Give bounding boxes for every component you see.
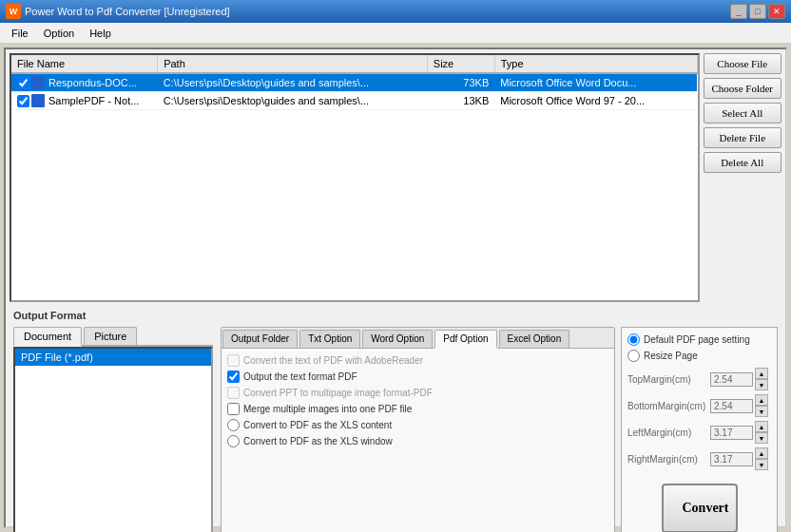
menu-option[interactable]: Option xyxy=(36,26,82,41)
choose-file-button[interactable]: Choose File xyxy=(704,53,781,74)
tab-pdf-option[interactable]: Pdf Option xyxy=(434,330,496,349)
output-format-label: Output Format xyxy=(13,310,778,321)
label-resize-page: Resize Page xyxy=(644,351,698,361)
col-header-path: Path xyxy=(158,55,428,73)
option-label-2: Output the text format PDF xyxy=(243,371,357,382)
tab-output-folder[interactable]: Output Folder xyxy=(222,330,298,348)
spin-up[interactable]: ▲ xyxy=(755,368,768,379)
col-header-type: Type xyxy=(494,55,697,73)
checkbox-text-format[interactable] xyxy=(227,370,240,383)
col-header-filename: File Name xyxy=(11,55,158,73)
margin-row: LeftMargin(cm) ▲ ▼ xyxy=(627,421,771,444)
table-row[interactable]: Respondus-DOC... C:\Users\psi\Desktop\gu… xyxy=(11,73,697,92)
label-default-pdf: Default PDF page setting xyxy=(644,334,750,345)
options-tabs: Output Folder Txt Option Word Option Pdf… xyxy=(222,328,614,349)
option-label-6: Convert to PDF as the XLS window xyxy=(243,436,393,446)
table-row[interactable]: SamplePDF - Not... C:\Users\psi\Desktop\… xyxy=(11,92,697,110)
tab-document[interactable]: Document xyxy=(13,327,82,347)
convert-button[interactable]: Convert xyxy=(662,484,738,532)
minimize-button[interactable]: _ xyxy=(730,4,747,19)
file-name: SamplePDF - Not... xyxy=(48,95,139,106)
file-path: C:\Users\psi\Desktop\guides and samples\… xyxy=(158,92,428,110)
window-controls: _ □ ✕ xyxy=(730,4,785,19)
option-row-1: Convert the text of PDF with AdobeReader xyxy=(227,354,608,367)
checkbox-merge-images[interactable] xyxy=(227,403,240,415)
margin-row: RightMargin(cm) ▲ ▼ xyxy=(627,447,771,470)
tab-txt-option[interactable]: Txt Option xyxy=(299,330,360,348)
margin-label: BottomMargin(cm) xyxy=(627,401,708,411)
file-table-container[interactable]: File Name Path Size Type Respondus-DOC..… xyxy=(10,53,700,302)
margin-label: TopMargin(cm) xyxy=(627,374,708,385)
option-label-3: Convert PPT to multipage image format-PD… xyxy=(243,388,433,398)
margin-label: LeftMargin(cm) xyxy=(627,428,708,438)
options-panel: Output Folder Txt Option Word Option Pdf… xyxy=(221,327,615,532)
margin-row: TopMargin(cm) ▲ ▼ xyxy=(627,368,771,390)
option-row-6: Convert to PDF as the XLS window xyxy=(227,435,608,447)
delete-all-button[interactable]: Delete All xyxy=(704,152,781,173)
option-label-1: Convert the text of PDF with AdobeReader xyxy=(243,355,423,366)
right-options: Output Folder Txt Option Word Option Pdf… xyxy=(221,327,778,532)
margin-input[interactable] xyxy=(710,452,753,466)
radio-xls-window[interactable] xyxy=(227,435,240,447)
menu-bar: File Option Help xyxy=(0,23,791,44)
file-type: Microsoft Office Word Docu... xyxy=(494,73,697,92)
spin-up[interactable]: ▲ xyxy=(755,394,768,406)
right-buttons-panel: Choose File Choose Folder Select All Del… xyxy=(704,53,781,302)
margin-input[interactable] xyxy=(710,426,753,440)
tab-word-option[interactable]: Word Option xyxy=(362,330,433,348)
margin-label: RightMargin(cm) xyxy=(627,454,708,465)
choose-folder-button[interactable]: Choose Folder xyxy=(704,78,781,99)
left-panel: Document Picture PDF File (*.pdf) xyxy=(13,327,213,532)
radio-resize-row: Resize Page xyxy=(627,350,771,362)
checkbox-adobe[interactable] xyxy=(227,354,240,367)
spin-down[interactable]: ▼ xyxy=(755,406,768,417)
margin-convert-area: Convert xyxy=(622,480,777,532)
format-item-pdf[interactable]: PDF File (*.pdf) xyxy=(15,349,211,366)
file-name: Respondus-DOC... xyxy=(48,77,137,88)
radio-default-pdf[interactable] xyxy=(627,333,640,346)
left-tabs-row: Document Picture xyxy=(13,327,213,347)
margin-row: BottomMargin(cm) ▲ ▼ xyxy=(627,394,771,417)
maximize-button[interactable]: □ xyxy=(749,4,766,19)
spin-down[interactable]: ▼ xyxy=(755,379,768,390)
row-checkbox[interactable] xyxy=(17,77,29,89)
select-all-button[interactable]: Select All xyxy=(704,103,781,124)
option-row-2: Output the text format PDF xyxy=(227,370,608,383)
spin-down[interactable]: ▼ xyxy=(755,432,768,444)
col-header-size: Size xyxy=(427,55,494,73)
file-type: Microsoft Office Word 97 - 20... xyxy=(494,92,697,110)
spin-up[interactable]: ▲ xyxy=(755,447,768,459)
main-window: File Name Path Size Type Respondus-DOC..… xyxy=(4,48,787,528)
options-content: Convert the text of PDF with AdobeReader… xyxy=(222,349,614,453)
margin-input[interactable] xyxy=(710,399,753,413)
option-label-4: Merge multiple images into one PDF file xyxy=(243,404,412,414)
margin-input[interactable] xyxy=(710,372,753,387)
tab-picture[interactable]: Picture xyxy=(84,327,137,345)
file-list-area: File Name Path Size Type Respondus-DOC..… xyxy=(6,49,785,306)
option-row-4: Merge multiple images into one PDF file xyxy=(227,403,608,415)
radio-resize-page[interactable] xyxy=(627,350,640,362)
checkbox-ppt-multipage[interactable] xyxy=(227,387,240,399)
window-title: Power Word to Pdf Converter [Unregistere… xyxy=(25,6,230,17)
file-size: 13KB xyxy=(427,92,494,110)
file-size: 73KB xyxy=(427,73,494,92)
format-list[interactable]: PDF File (*.pdf) xyxy=(13,347,213,532)
radio-default-row: Default PDF page setting xyxy=(627,333,771,346)
row-checkbox[interactable] xyxy=(17,95,29,107)
delete-file-button[interactable]: Delete File xyxy=(704,127,781,148)
radio-xls-content[interactable] xyxy=(227,419,240,431)
file-table: File Name Path Size Type Respondus-DOC..… xyxy=(11,55,698,110)
menu-file[interactable]: File xyxy=(4,26,36,41)
output-format-section: Output Format Document Picture PDF File … xyxy=(6,306,785,532)
menu-help[interactable]: Help xyxy=(82,26,119,41)
spin-up[interactable]: ▲ xyxy=(755,421,768,432)
output-body: Document Picture PDF File (*.pdf) Output… xyxy=(13,327,778,532)
app-icon: W xyxy=(6,4,21,19)
title-bar: W Power Word to Pdf Converter [Unregiste… xyxy=(0,0,791,23)
spin-down[interactable]: ▼ xyxy=(755,459,768,470)
option-row-3: Convert PPT to multipage image format-PD… xyxy=(227,387,608,399)
close-button[interactable]: ✕ xyxy=(768,4,785,19)
tab-excel-option[interactable]: Excel Option xyxy=(499,330,570,348)
option-row-5: Convert to PDF as the XLS content xyxy=(227,419,608,431)
margin-settings: Default PDF page setting Resize Page Top… xyxy=(622,328,777,480)
